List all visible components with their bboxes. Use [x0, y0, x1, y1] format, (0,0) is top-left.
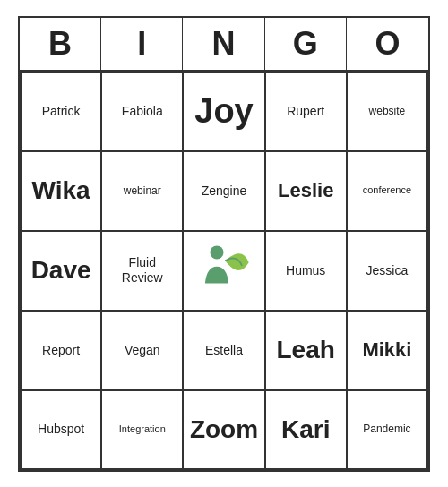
bingo-grid: PatrickFabiolaJoyRupertwebsiteWikawebina…	[20, 72, 428, 470]
header-i: I	[101, 18, 183, 70]
cell-16: Vegan	[101, 311, 183, 390]
bingo-header: B I N G O	[20, 18, 428, 72]
cell-1: Fabiola	[101, 72, 183, 151]
cell-18: Leah	[265, 311, 347, 390]
bingo-card: B I N G O PatrickFabiolaJoyRupertwebsite…	[18, 16, 430, 472]
header-n: N	[183, 18, 264, 70]
cell-20: Hubspot	[20, 390, 101, 470]
cell-6: webinar	[101, 151, 183, 231]
cell-17: Estella	[183, 311, 264, 390]
cell-15: Report	[20, 311, 101, 390]
svg-point-0	[211, 245, 224, 259]
cell-19: Mikki	[347, 311, 428, 390]
cell-5: Wika	[20, 151, 101, 231]
cell-7: Zengine	[183, 151, 264, 231]
cell-21: Integration	[101, 390, 183, 470]
cell-4: website	[347, 72, 428, 151]
cell-10: Dave	[20, 231, 101, 311]
cell-2: Joy	[183, 72, 264, 151]
cell-8: Leslie	[265, 151, 347, 231]
cell-22: Zoom	[183, 390, 264, 470]
cell-24: Pandemic	[347, 390, 428, 470]
cell-0: Patrick	[20, 72, 101, 151]
free-space-logo	[190, 237, 257, 304]
cell-13: Humus	[265, 231, 347, 311]
header-b: B	[20, 18, 101, 70]
cell-11: Fluid Review	[101, 231, 183, 311]
header-g: G	[265, 18, 347, 70]
cell-12	[183, 231, 264, 311]
cell-9: conference	[347, 151, 428, 231]
cell-14: Jessica	[347, 231, 428, 311]
header-o: O	[347, 18, 428, 70]
cell-3: Rupert	[265, 72, 347, 151]
cell-23: Kari	[265, 390, 347, 470]
